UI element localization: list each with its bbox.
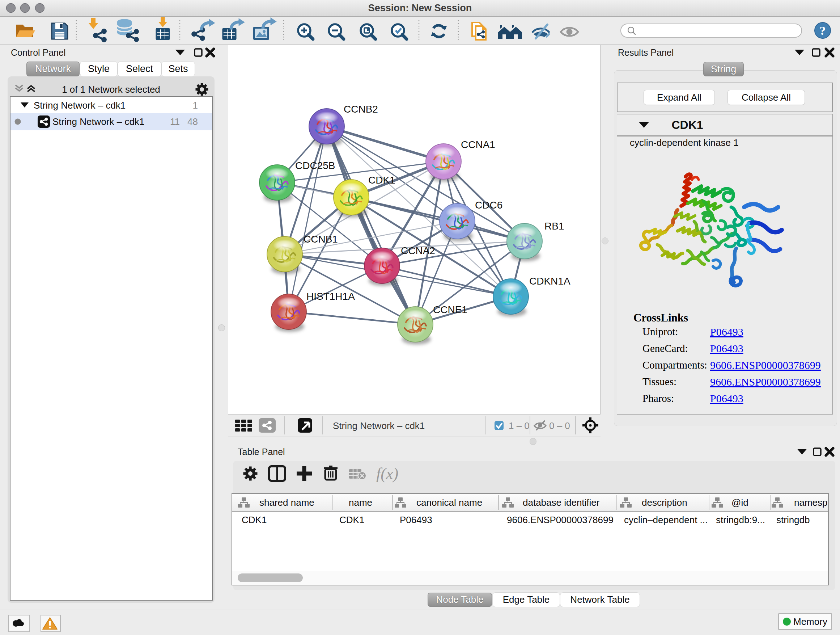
svg-text:CCNB2: CCNB2: [344, 103, 378, 115]
svg-text:@id: @id: [731, 497, 748, 508]
svg-text:namespace: namespace: [794, 497, 828, 508]
svg-text:P06493: P06493: [400, 515, 432, 525]
svg-text:1 of 1 Network selected: 1 of 1 Network selected: [62, 84, 160, 95]
svg-text:CDK1: CDK1: [368, 174, 395, 186]
svg-text:CDC25B: CDC25B: [295, 160, 335, 171]
svg-text:1 – 0: 1 – 0: [508, 420, 530, 431]
svg-text:CCNA2: CCNA2: [401, 245, 435, 256]
svg-text:database identifier: database identifier: [523, 497, 600, 508]
svg-text:CDK1: CDK1: [242, 515, 267, 525]
svg-text:RB1: RB1: [545, 220, 564, 232]
svg-text:CDC6: CDC6: [475, 200, 502, 211]
svg-text:stringdb: stringdb: [776, 515, 810, 525]
svg-text:11: 11: [170, 116, 180, 127]
svg-text:0 – 0: 0 – 0: [549, 420, 570, 431]
svg-text:shared name: shared name: [259, 497, 314, 508]
svg-text:CDKN1A: CDKN1A: [529, 276, 570, 287]
svg-text:name: name: [349, 497, 372, 508]
svg-text:1: 1: [193, 100, 198, 111]
svg-text:CCNE1: CCNE1: [433, 304, 467, 315]
svg-text:Memory: Memory: [793, 616, 827, 627]
svg-text:f(x): f(x): [376, 465, 398, 483]
svg-text:String Network – cdk1: String Network – cdk1: [52, 116, 144, 127]
svg-text:canonical name: canonical name: [416, 497, 482, 508]
svg-text:description: description: [642, 497, 687, 508]
svg-text:CDK1: CDK1: [339, 515, 364, 525]
svg-text:9606.ENSP00000378699: 9606.ENSP00000378699: [507, 515, 614, 525]
svg-text:stringdb:9...: stringdb:9...: [716, 515, 765, 525]
svg-text:cyclin–dependent ...: cyclin–dependent ...: [624, 515, 707, 525]
svg-text:String Network – cdk1: String Network – cdk1: [34, 100, 126, 111]
svg-text:CDK1: CDK1: [671, 119, 703, 131]
svg-text:CCNA1: CCNA1: [461, 139, 495, 150]
svg-text:48: 48: [187, 116, 198, 127]
svg-text:HIST1H1A: HIST1H1A: [306, 291, 355, 302]
svg-text:?: ?: [820, 24, 826, 37]
svg-text:String Network – cdk1: String Network – cdk1: [333, 420, 425, 431]
svg-text:CCNB1: CCNB1: [303, 233, 338, 245]
